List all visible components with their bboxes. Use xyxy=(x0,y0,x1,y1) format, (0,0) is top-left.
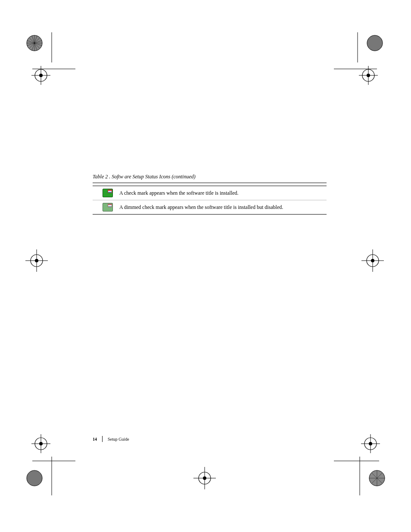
footer-separator xyxy=(102,436,103,442)
content-block: Table 2 . Softw are Setup Status Icons (… xyxy=(93,170,327,215)
table-caption: Table 2 . Softw are Setup Status Icons (… xyxy=(93,174,327,180)
crop-mark-top-right xyxy=(334,32,386,84)
page-number: 14 xyxy=(93,437,97,442)
crop-mark-bottom-right xyxy=(334,431,386,482)
disk-check-dim-icon xyxy=(102,203,113,212)
footer-title: Setup Guide xyxy=(108,437,129,442)
row-description: A check mark appears when the software t… xyxy=(119,190,327,196)
row-description: A dimmed check mark appears when the sof… xyxy=(119,204,327,211)
svg-point-36 xyxy=(27,470,42,486)
table-row: A check mark appears when the software t… xyxy=(93,186,327,200)
page-footer: 14 Setup Guide xyxy=(93,436,327,442)
table-rule-bottom xyxy=(93,214,327,215)
crop-mark-bottom-center xyxy=(192,465,218,491)
table-row: A dimmed check mark appears when the sof… xyxy=(93,200,327,214)
svg-point-15 xyxy=(367,35,383,51)
crop-mark-left xyxy=(24,248,50,274)
crop-mark-top-left xyxy=(24,32,75,84)
crop-mark-bottom-left xyxy=(24,431,75,482)
disk-check-icon xyxy=(102,189,113,197)
crop-mark-right xyxy=(360,248,386,274)
